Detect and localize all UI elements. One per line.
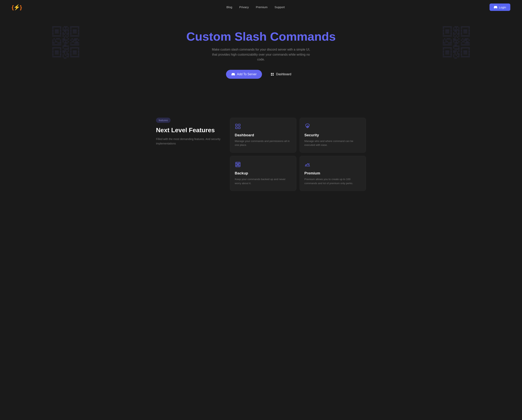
- security-icon: [304, 123, 361, 130]
- hero-content: Custom Slash Commands Make custom slash …: [4, 30, 518, 79]
- premium-icon: [304, 161, 361, 168]
- dashboard-feature-name: Dashboard: [235, 133, 292, 137]
- svg-rect-7: [238, 127, 240, 129]
- features-description: Filled with the most demanding features.…: [156, 137, 222, 146]
- features-badge: features: [156, 118, 170, 123]
- nav-link-privacy[interactable]: Privacy: [239, 5, 249, 9]
- features-section: features Next Level Features Filled with…: [144, 102, 378, 206]
- logo: {⚡}: [12, 4, 22, 10]
- hero-title: Custom Slash Commands: [4, 30, 518, 43]
- hero-section: █▀▀▀▀▀█ ▄▀█▀▄ █▀▀▀▀▀█ █ ███ █ ▀██▀█ █ ██…: [0, 14, 522, 102]
- add-server-label: Add To Server: [237, 73, 257, 76]
- dashboard-feature-text: Manage your commands and permissions all…: [235, 139, 292, 147]
- backup-feature-name: Backup: [235, 171, 292, 176]
- nav-links: Blog Privacy Premium Support: [226, 5, 285, 9]
- feature-card-security: Security Manage who and where command ca…: [299, 118, 366, 153]
- svg-rect-3: [273, 75, 274, 76]
- nav-link-support[interactable]: Support: [274, 5, 285, 9]
- svg-rect-6: [236, 127, 237, 129]
- grid-icon: [270, 73, 274, 76]
- login-button[interactable]: Login: [490, 3, 510, 11]
- premium-feature-name: Premium: [304, 171, 361, 176]
- feature-card-backup: Backup Keep your commands backed up and …: [230, 156, 296, 191]
- premium-feature-text: Premium allows you to create up to 100 c…: [304, 177, 361, 185]
- svg-rect-1: [273, 73, 274, 74]
- add-to-server-button[interactable]: Add To Server: [226, 70, 262, 79]
- features-grid: Dashboard Manage your commands and permi…: [230, 118, 366, 191]
- security-feature-text: Manage who and where command can be exec…: [304, 139, 361, 147]
- dashboard-icon: [235, 123, 292, 130]
- hero-subtitle: Make custom slash commands for your disc…: [210, 47, 312, 62]
- backup-feature-text: Keep your commands backed up and never w…: [235, 177, 292, 185]
- dashboard-label: Dashboard: [276, 73, 291, 76]
- features-left: features Next Level Features Filled with…: [156, 118, 222, 191]
- svg-rect-0: [271, 73, 272, 74]
- svg-rect-4: [236, 124, 237, 126]
- feature-card-dashboard: Dashboard Manage your commands and permi…: [230, 118, 296, 153]
- discord-icon-btn: [231, 73, 235, 76]
- login-label: Login: [499, 6, 506, 9]
- backup-icon: [235, 161, 292, 168]
- svg-rect-5: [238, 124, 240, 126]
- nav-link-premium[interactable]: Premium: [256, 5, 268, 9]
- discord-icon: [494, 5, 497, 9]
- navbar: {⚡} Blog Privacy Premium Support Login: [0, 0, 522, 14]
- hero-buttons: Add To Server Dashboard: [4, 70, 518, 79]
- svg-point-8: [307, 126, 308, 127]
- dashboard-button[interactable]: Dashboard: [266, 70, 296, 79]
- logo-icon: {⚡}: [12, 4, 22, 10]
- svg-rect-2: [271, 75, 272, 76]
- features-title: Next Level Features: [156, 126, 222, 134]
- security-feature-name: Security: [304, 133, 361, 137]
- nav-link-blog[interactable]: Blog: [226, 5, 232, 9]
- feature-card-premium: Premium Premium allows you to create up …: [299, 156, 366, 191]
